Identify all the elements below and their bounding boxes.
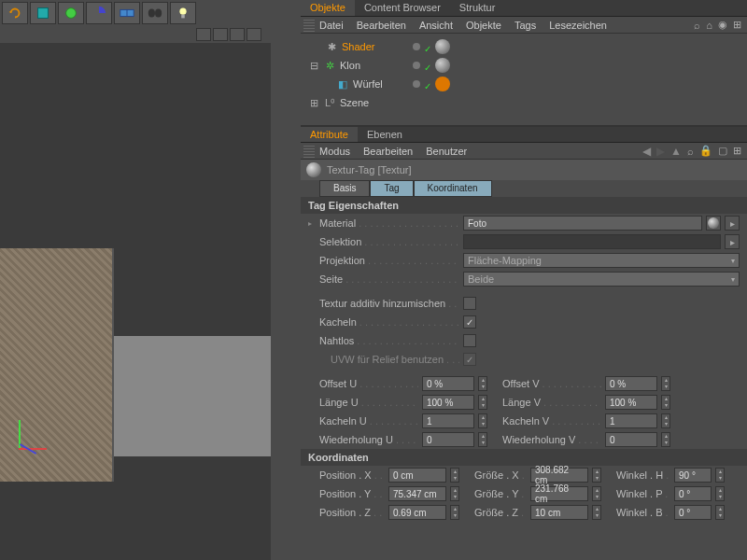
spinner-kacheln-v[interactable]: ▴▾ (661, 413, 670, 428)
cube-tool[interactable] (30, 2, 56, 24)
spinner-w-h[interactable]: ▴▾ (715, 468, 725, 483)
vp-icon-1[interactable] (196, 28, 211, 41)
spinner-w-p[interactable]: ▴▾ (715, 486, 725, 501)
texture-tag-icon[interactable] (435, 58, 450, 73)
vp-icon-4[interactable] (247, 28, 261, 41)
spinner-lange-u[interactable]: ▴▾ (478, 395, 487, 410)
menu-objects[interactable]: Objekte (466, 20, 501, 31)
subtab-coord[interactable]: Koordinaten (414, 180, 492, 197)
check-textur-add[interactable] (463, 297, 476, 310)
plane-tool[interactable] (114, 2, 140, 24)
check-kacheln[interactable]: ✓ (463, 315, 476, 329)
material-menu-icon[interactable]: ▸ (725, 216, 740, 231)
tab-objects[interactable]: Objekte (301, 0, 355, 16)
spinner-wieder-u[interactable]: ▴▾ (478, 432, 487, 447)
eye-icon[interactable]: ◉ (718, 19, 727, 31)
field-offset-v[interactable]: 0 % (605, 376, 657, 391)
subtab-tag[interactable]: Tag (370, 180, 413, 197)
menu-edit[interactable]: Bearbeiten (357, 20, 406, 31)
tab-structure[interactable]: Struktur (450, 0, 505, 16)
vp-icon-3[interactable] (230, 28, 245, 41)
field-w-h[interactable]: 90 ° (674, 468, 712, 483)
menu-file[interactable]: Datei (319, 20, 344, 31)
tree-label-klon[interactable]: Klon (340, 60, 360, 71)
menu-user[interactable]: Benutzer (426, 146, 467, 157)
spinner-gr-y[interactable]: ▴▾ (592, 486, 601, 501)
dropdown-projektion[interactable]: Fläche-Mapping (463, 253, 740, 268)
menu-bookmarks[interactable]: Lesezeichen (549, 20, 607, 31)
expand-icon[interactable]: ⊞ (733, 19, 741, 31)
field-pos-y[interactable]: 75.347 cm (388, 486, 446, 501)
spinner-lange-v[interactable]: ▴▾ (661, 395, 670, 410)
field-wieder-v[interactable]: 0 (605, 432, 657, 447)
menu-edit[interactable]: Bearbeiten (363, 146, 413, 157)
dropdown-seite[interactable]: Beide (463, 272, 740, 287)
expand-icon[interactable]: ⊞ (733, 145, 741, 157)
field-pos-x[interactable]: 0 cm (388, 468, 446, 483)
check-nahtlos[interactable] (463, 334, 476, 347)
spinner-kacheln-u[interactable]: ▴▾ (478, 413, 487, 428)
disclosure-icon[interactable]: ▸ (308, 219, 316, 228)
tab-attribute[interactable]: Attribute (301, 127, 358, 142)
tab-content-browser[interactable]: Content Browser (355, 0, 450, 16)
field-kacheln-u[interactable]: 1 (422, 413, 474, 428)
field-material[interactable]: Foto (463, 216, 702, 231)
gear-tool[interactable] (58, 2, 84, 24)
vp-icon-2[interactable] (213, 28, 228, 41)
3d-viewport[interactable] (0, 43, 271, 560)
field-selektion[interactable] (463, 234, 721, 249)
tree-row-szene[interactable]: ⊞ L⁰ Szene (308, 93, 740, 112)
menu-mode[interactable]: Modus (319, 146, 350, 157)
spinner-wieder-v[interactable]: ▴▾ (661, 432, 670, 447)
tree-label-szene[interactable]: Szene (340, 97, 369, 108)
tree-label-shader[interactable]: Shader (342, 41, 374, 52)
field-gr-y[interactable]: 231.768 cm (530, 486, 588, 501)
field-wieder-u[interactable]: 0 (422, 432, 474, 447)
tree-row-klon[interactable]: ⊟ ✲ Klon (308, 56, 740, 75)
light-tool[interactable] (170, 2, 196, 24)
home-icon[interactable]: ⌂ (706, 20, 712, 31)
menu-tags[interactable]: Tags (514, 20, 536, 31)
selektion-menu-icon[interactable]: ▸ (725, 234, 740, 249)
texture-tag-icon[interactable] (435, 39, 450, 54)
field-gr-x[interactable]: 308.682 cm (530, 468, 588, 483)
lock-icon[interactable]: 🔒 (699, 145, 712, 157)
tree-row-wurfel[interactable]: ◧ Würfel (308, 75, 740, 93)
spinner-gr-x[interactable]: ▴▾ (592, 468, 601, 483)
spinner-pos-x[interactable]: ▴▾ (450, 468, 459, 483)
nav-fwd-icon[interactable]: ▶ (656, 145, 665, 158)
field-w-p[interactable]: 0 ° (674, 486, 712, 501)
quarter-tool[interactable] (86, 2, 112, 24)
field-lange-u[interactable]: 100 % (422, 395, 474, 410)
field-offset-u[interactable]: 0 % (422, 376, 474, 391)
search-icon[interactable]: ⌕ (687, 146, 694, 157)
search-icon[interactable]: ⌕ (694, 20, 700, 31)
field-w-b[interactable]: 0 ° (674, 505, 712, 520)
camera-tool[interactable] (142, 2, 168, 24)
nav-back-icon[interactable]: ◀ (642, 145, 651, 158)
menu-view[interactable]: Ansicht (419, 20, 453, 31)
spinner-offset-v[interactable]: ▴▾ (661, 376, 670, 391)
new-icon[interactable]: ▢ (718, 145, 727, 157)
field-pos-z[interactable]: 0.69 cm (388, 505, 446, 520)
tree-label-wurfel[interactable]: Würfel (353, 78, 383, 90)
menu-grip-icon[interactable] (303, 145, 315, 158)
undo-tool[interactable] (2, 2, 28, 24)
spinner-pos-z[interactable]: ▴▾ (450, 505, 459, 520)
spinner-gr-z[interactable]: ▴▾ (592, 505, 601, 520)
expander-icon[interactable]: ⊟ (308, 60, 319, 72)
phong-tag-icon[interactable] (435, 77, 450, 91)
field-lange-v[interactable]: 100 % (605, 395, 657, 410)
subtab-basis[interactable]: Basis (319, 180, 370, 197)
expander-icon[interactable]: ⊞ (308, 97, 319, 109)
field-gr-z[interactable]: 10 cm (530, 505, 588, 520)
spinner-offset-u[interactable]: ▴▾ (478, 376, 487, 391)
tab-layers[interactable]: Ebenen (358, 127, 412, 142)
menu-grip-icon[interactable] (303, 19, 315, 32)
nav-up-icon[interactable]: ▲ (670, 145, 682, 158)
spinner-w-b[interactable]: ▴▾ (715, 505, 725, 520)
material-picker-icon[interactable] (706, 216, 721, 231)
spinner-pos-y[interactable]: ▴▾ (450, 486, 459, 501)
field-kacheln-v[interactable]: 1 (605, 413, 657, 428)
tree-row-shader[interactable]: ✱ Shader (308, 37, 740, 56)
